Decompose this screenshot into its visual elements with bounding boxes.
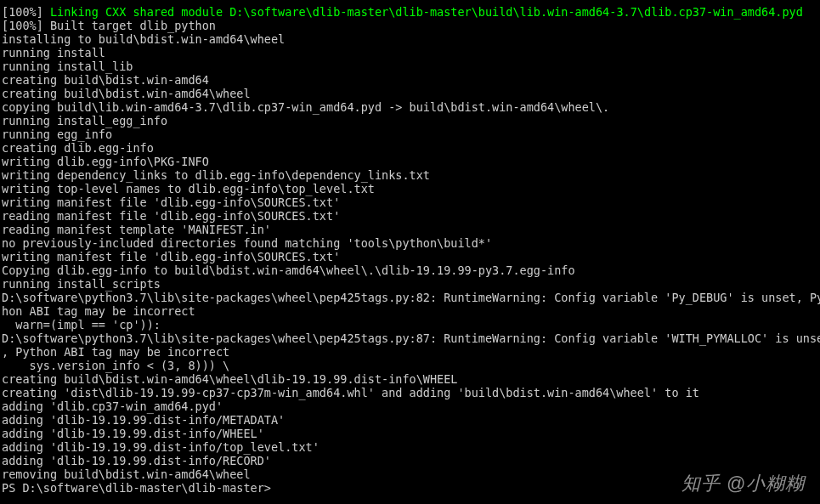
terminal-line: adding 'dlib.cp37-win_amd64.pyd' — [2, 399, 818, 413]
terminal-line: running install_scripts — [2, 277, 818, 291]
terminal-line: running egg_info — [2, 127, 818, 141]
terminal-text-segment: creating build\bdist.win-amd64\wheel — [2, 87, 251, 100]
terminal-line: adding 'dlib-19.19.99.dist-info/METADATA… — [2, 413, 818, 427]
terminal-text-segment: writing manifest file 'dlib.egg-info\SOU… — [2, 195, 340, 209]
terminal-text-segment: adding 'dlib.cp37-win_amd64.pyd' — [2, 399, 223, 413]
terminal-text-segment: , Python ABI tag may be incorrect — [2, 345, 229, 359]
terminal-line: D:\software\python3.7\lib\site-packages\… — [2, 291, 818, 304]
terminal-text-segment: reading manifest template 'MANIFEST.in' — [2, 223, 271, 236]
terminal-text-segment: running egg_info — [2, 127, 112, 141]
terminal-line: adding 'dlib-19.19.99.dist-info/top_leve… — [2, 440, 818, 454]
terminal-line: warn=(impl == 'cp')): — [2, 318, 818, 331]
terminal-line: D:\software\python3.7\lib\site-packages\… — [2, 331, 818, 345]
terminal-line: [100%] Linking CXX shared module D:\soft… — [2, 5, 818, 19]
terminal-text-segment: creating dlib.egg-info — [2, 141, 154, 155]
terminal-line: reading manifest template 'MANIFEST.in' — [2, 223, 818, 236]
terminal-line: installing to build\bdist.win-amd64\whee… — [2, 32, 818, 46]
terminal-text-segment: adding 'dlib-19.19.99.dist-info/RECORD' — [2, 454, 271, 467]
terminal-line: Copying dlib.egg-info to build\bdist.win… — [2, 263, 818, 277]
terminal-text-segment: creating 'dist\dlib-19.19.99-cp37-cp37m-… — [2, 386, 699, 399]
terminal-line: adding 'dlib-19.19.99.dist-info/RECORD' — [2, 454, 818, 467]
terminal-line: writing manifest file 'dlib.egg-info\SOU… — [2, 195, 818, 209]
terminal-text-segment: [100%] — [2, 5, 50, 19]
terminal-line: creating build\bdist.win-amd64\wheel — [2, 87, 818, 100]
terminal-line: hon ABI tag may be incorrect — [2, 304, 818, 318]
terminal-text-segment: running install_lib — [2, 59, 133, 73]
terminal-line: creating 'dist\dlib-19.19.99-cp37-cp37m-… — [2, 386, 818, 399]
terminal-output[interactable]: [100%] Linking CXX shared module D:\soft… — [0, 0, 820, 496]
terminal-line: reading manifest file 'dlib.egg-info\SOU… — [2, 209, 818, 223]
terminal-line: copying build\lib.win-amd64-3.7\dlib.cp3… — [2, 100, 818, 114]
terminal-text-segment: removing build\bdist.win-amd64\wheel — [2, 467, 251, 481]
terminal-text-segment: sys.version_info < (3, 8))) \ — [2, 359, 229, 372]
terminal-line: writing dependency_links to dlib.egg-inf… — [2, 168, 818, 182]
terminal-text-segment: warn=(impl == 'cp')): — [2, 318, 161, 331]
terminal-text-segment: adding 'dlib-19.19.99.dist-info/top_leve… — [2, 440, 320, 454]
terminal-text-segment: installing to build\bdist.win-amd64\whee… — [2, 32, 285, 46]
terminal-line: , Python ABI tag may be incorrect — [2, 345, 818, 359]
terminal-line: running install — [2, 46, 818, 59]
terminal-line: writing dlib.egg-info\PKG-INFO — [2, 155, 818, 168]
terminal-text-segment: reading manifest file 'dlib.egg-info\SOU… — [2, 209, 340, 223]
terminal-text-segment: creating build\bdist.win-amd64\wheel\dli… — [2, 372, 457, 386]
terminal-text-segment: [100%] Built target dlib_python — [2, 19, 216, 32]
terminal-text-segment: running install — [2, 46, 105, 59]
terminal-text-segment: D:\software\python3.7\lib\site-packages\… — [2, 291, 820, 304]
terminal-line: creating dlib.egg-info — [2, 141, 818, 155]
terminal-text-segment: running install_scripts — [2, 277, 161, 291]
terminal-text-segment: D:\software\python3.7\lib\site-packages\… — [2, 331, 820, 345]
terminal-text-segment: hon ABI tag may be incorrect — [2, 304, 195, 318]
terminal-text-segment: running install_egg_info — [2, 114, 167, 127]
terminal-text-segment: writing dependency_links to dlib.egg-inf… — [2, 168, 430, 182]
terminal-text-segment: PS D:\software\dlib-master\dlib-master> — [2, 481, 271, 495]
terminal-text-segment: adding 'dlib-19.19.99.dist-info/METADATA… — [2, 413, 285, 427]
terminal-line: sys.version_info < (3, 8))) \ — [2, 359, 818, 372]
terminal-text-segment: creating build\bdist.win-amd64 — [2, 73, 209, 87]
terminal-line: running install_lib — [2, 59, 818, 73]
terminal-text-segment: Linking CXX shared module D:\software\dl… — [50, 5, 803, 19]
terminal-text-segment: adding 'dlib-19.19.99.dist-info/WHEEL' — [2, 427, 264, 440]
terminal-line: [100%] Built target dlib_python — [2, 19, 818, 32]
terminal-text-segment: writing top-level names to dlib.egg-info… — [2, 182, 375, 195]
terminal-line: creating build\bdist.win-amd64\wheel\dli… — [2, 372, 818, 386]
terminal-line: writing top-level names to dlib.egg-info… — [2, 182, 818, 195]
terminal-text-segment: writing manifest file 'dlib.egg-info\SOU… — [2, 250, 340, 263]
terminal-line: adding 'dlib-19.19.99.dist-info/WHEEL' — [2, 427, 818, 440]
terminal-text-segment: no previously-included directories found… — [2, 236, 492, 250]
terminal-text-segment: copying build\lib.win-amd64-3.7\dlib.cp3… — [2, 100, 609, 114]
terminal-line: writing manifest file 'dlib.egg-info\SOU… — [2, 250, 818, 263]
watermark-text: 知乎 @小糊糊 — [681, 477, 805, 490]
terminal-line: running install_egg_info — [2, 114, 818, 127]
terminal-line: no previously-included directories found… — [2, 236, 818, 250]
terminal-text-segment: Copying dlib.egg-info to build\bdist.win… — [2, 263, 575, 277]
terminal-line: creating build\bdist.win-amd64 — [2, 73, 818, 87]
terminal-text-segment: writing dlib.egg-info\PKG-INFO — [2, 155, 209, 168]
